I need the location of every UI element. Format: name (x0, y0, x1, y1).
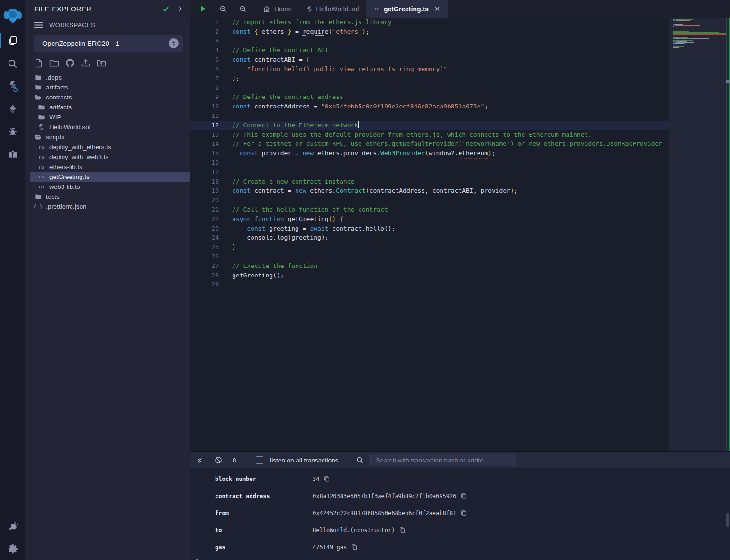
code-line-21[interactable]: 21// Call the hello function of the cont… (190, 205, 669, 214)
tree-item--prettierrc-json[interactable]: { }.prettierrc.json (25, 202, 190, 212)
code-line-19[interactable]: 19const contract = new ethers.Contract(c… (190, 186, 669, 196)
code-line-6[interactable]: 6 "function hello() public view returns … (190, 64, 669, 74)
terminal-scrollbar-thumb[interactable] (726, 513, 729, 527)
settings-gear-icon[interactable] (0, 537, 25, 560)
tree-item--deps[interactable]: .deps (25, 72, 190, 82)
upload-file-icon[interactable] (81, 58, 90, 68)
code-line-24[interactable]: 24 console.log(greeting); (190, 233, 669, 242)
plugin-manager-icon[interactable] (0, 515, 25, 537)
text-cursor (358, 121, 359, 128)
line-number: 9 (190, 92, 219, 102)
folder-icon (34, 193, 42, 200)
copy-icon[interactable] (324, 476, 330, 482)
code-line-12[interactable]: 12// Connect to the Ethereum network (190, 121, 669, 130)
code-line-1[interactable]: 1// Import ethers from the ethers.js lib… (190, 18, 669, 27)
tree-item-deploy-with-web3-ts[interactable]: TSdeploy_with_web3.ts (25, 152, 190, 162)
tree-item-scripts[interactable]: scripts (25, 132, 190, 142)
code-line-16[interactable]: 16 (190, 158, 669, 168)
code-line-2[interactable]: 2const { ethers } = require('ethers'); (190, 27, 669, 36)
upload-folder-icon[interactable] (97, 59, 106, 67)
code-line-8[interactable]: 8 (190, 83, 669, 93)
tree-item-getgreeting-ts[interactable]: TSgetGreeting.ts (30, 172, 190, 182)
editor[interactable]: 1// Import ethers from the ethers.js lib… (190, 18, 730, 451)
terminal-header: 0 listen on all transactions (190, 452, 730, 468)
clear-console-icon[interactable] (215, 456, 222, 464)
tree-item-artifacts[interactable]: artifacts (25, 82, 190, 92)
tree-item-deploy-with-ethers-ts[interactable]: TSdeploy_with_ethers.ts (25, 142, 190, 152)
deploy-run-icon[interactable] (0, 98, 25, 120)
code-line-9[interactable]: 9// Define the contract address (190, 92, 669, 102)
code-line-20[interactable]: 20 (190, 196, 669, 205)
file-explorer-icon[interactable] (0, 29, 25, 52)
line-number: 4 (190, 45, 219, 55)
copy-icon[interactable] (399, 527, 406, 533)
code-line-25[interactable]: 25} (190, 242, 669, 252)
code-line-5[interactable]: 5const contractABI = [ (190, 55, 669, 64)
code-line-28[interactable]: 28getGreeting(); (190, 271, 669, 280)
terminal-body[interactable]: block number34contract address0x8a120383… (190, 468, 730, 560)
sol-icon (37, 124, 45, 131)
code-line-15[interactable]: 15 const provider = new ethers.providers… (190, 149, 669, 158)
code-line-10[interactable]: 10const contractAddress = "0xb54febb5c0c… (190, 102, 669, 111)
github-clone-icon[interactable] (65, 58, 75, 68)
new-folder-icon[interactable] (49, 59, 59, 67)
code-line-13[interactable]: 13// This example uses the default provi… (190, 130, 669, 140)
ts-icon: TS (374, 7, 380, 11)
tree-item-wip[interactable]: WIP (25, 112, 190, 122)
solidity-compiler-icon[interactable] (0, 75, 25, 98)
line-number: 26 (190, 252, 219, 261)
terminal-collapse-icon[interactable] (196, 457, 203, 464)
code-line-26[interactable]: 26 (190, 252, 669, 261)
terminal-row-to: toHelloWorld.(constructor) (190, 522, 730, 539)
transaction-count-badge: 0 (233, 457, 239, 464)
code-line-14[interactable]: 14// For a testnet or custom RPC, use et… (190, 139, 669, 149)
listen-transactions-label: listen on all transactions (270, 457, 338, 464)
code-line-23[interactable]: 23 const greeting = await contract.hello… (190, 224, 669, 233)
tree-item-label: artifacts (46, 84, 68, 91)
code-line-22[interactable]: 22async function getGreeting() { (190, 214, 669, 224)
zoom-out-icon[interactable] (219, 5, 227, 13)
code-line-29[interactable]: 29 (190, 280, 669, 289)
editor-scrollbar-thumb[interactable] (726, 80, 730, 83)
workspaces-menu-icon[interactable] (34, 21, 43, 28)
run-script-icon[interactable] (199, 5, 207, 13)
tab-home[interactable]: Home (255, 0, 299, 18)
debugger-icon[interactable] (0, 120, 25, 143)
workspace-dropdown-arrows-icon[interactable] (169, 38, 179, 48)
folder-icon (37, 114, 45, 121)
tree-item-contracts[interactable]: contracts (25, 92, 190, 102)
zoom-in-icon[interactable] (239, 5, 247, 13)
tree-item-web3-lib-ts[interactable]: TSweb3-lib.ts (25, 182, 190, 192)
code-pane[interactable]: 1// Import ethers from the ethers.js lib… (190, 18, 669, 451)
workspace-dropdown[interactable]: OpenZeppelin ERC20 - 1 (34, 35, 183, 52)
terminal-prompt[interactable]: > (190, 557, 730, 560)
copy-icon[interactable] (351, 544, 358, 551)
code-line-3[interactable]: 3 (190, 36, 669, 46)
code-line-11[interactable]: 11 (190, 111, 669, 121)
new-file-icon[interactable] (35, 59, 43, 68)
tab-close-icon[interactable]: ✕ (434, 5, 441, 13)
tree-item-tests[interactable]: tests (25, 192, 190, 202)
line-number: 13 (190, 130, 219, 140)
tree-item-ethers-lib-ts[interactable]: TSethers-lib.ts (25, 162, 190, 172)
code-line-27[interactable]: 27// Execute the function (190, 261, 669, 271)
tab-label: getGreeting.ts (384, 5, 429, 13)
minimap[interactable] (669, 18, 730, 451)
listen-transactions-checkbox[interactable] (256, 456, 263, 464)
tree-item-helloworld-sol[interactable]: HelloWorld.sol (25, 122, 190, 132)
copy-icon[interactable] (460, 510, 467, 516)
search-icon[interactable] (0, 52, 25, 75)
accept-check-icon[interactable] (162, 5, 170, 13)
remix-logo-icon[interactable] (0, 4, 25, 29)
code-line-7[interactable]: 7]; (190, 74, 669, 83)
tree-item-artifacts[interactable]: artifacts (25, 102, 190, 112)
panel-chevron-right-icon[interactable] (177, 6, 183, 12)
tab-getgreeting-ts[interactable]: TSgetGreeting.ts✕ (366, 0, 448, 18)
tab-helloworld-sol[interactable]: HelloWorld.sol (299, 0, 366, 18)
learn-book-icon[interactable] (0, 143, 25, 166)
terminal-search-input[interactable] (370, 454, 516, 466)
code-line-4[interactable]: 4// Define the contract ABI (190, 45, 669, 55)
code-line-17[interactable]: 17 (190, 168, 669, 177)
code-line-18[interactable]: 18// Create a new contract instance (190, 177, 669, 187)
copy-icon[interactable] (460, 493, 467, 499)
